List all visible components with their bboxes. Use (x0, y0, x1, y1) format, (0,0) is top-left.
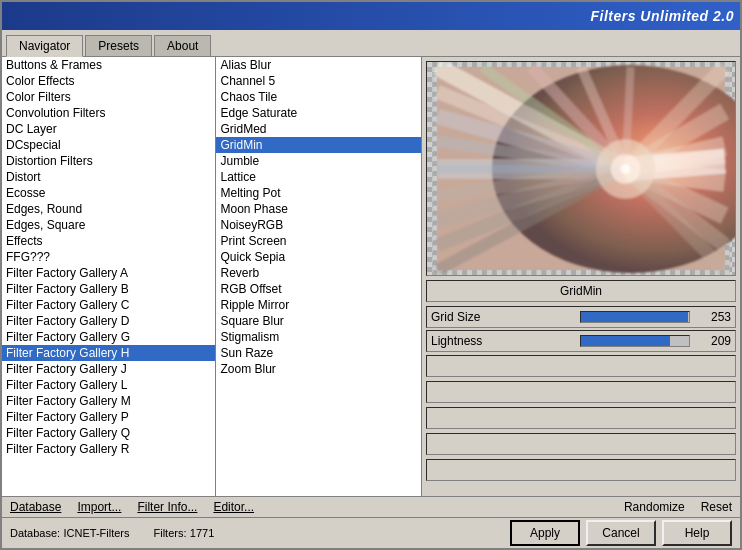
category-item[interactable]: Filter Factory Gallery J (2, 361, 215, 377)
params-area: Grid Size 253 Lightness 209 (426, 306, 736, 492)
category-item[interactable]: Filter Factory Gallery H (2, 345, 215, 361)
filter-list[interactable]: Alias BlurChannel 5Chaos TileEdge Satura… (216, 57, 421, 496)
param-row-empty-4 (426, 433, 736, 455)
category-list[interactable]: Buttons & FramesColor EffectsColor Filte… (2, 57, 216, 496)
filter-item[interactable]: Moon Phase (216, 201, 421, 217)
filter-item[interactable]: Lattice (216, 169, 421, 185)
filter-item[interactable]: Chaos Tile (216, 89, 421, 105)
filter-item[interactable]: Channel 5 (216, 73, 421, 89)
category-item[interactable]: DCspecial (2, 137, 215, 153)
tab-bar: Navigator Presets About (2, 30, 740, 56)
category-item[interactable]: Filter Factory Gallery R (2, 441, 215, 457)
category-item[interactable]: Convolution Filters (2, 105, 215, 121)
filter-item[interactable]: NoiseyRGB (216, 217, 421, 233)
filter-item[interactable]: Stigmalism (216, 329, 421, 345)
filters-label: Filters: (154, 527, 187, 539)
filter-info-button[interactable]: Filter Info... (137, 500, 197, 514)
tab-navigator[interactable]: Navigator (6, 35, 83, 57)
help-button[interactable]: Help (662, 520, 732, 546)
param-row-0: Grid Size 253 (426, 306, 736, 328)
action-buttons: Apply Cancel Help (510, 520, 732, 546)
preview-image (427, 62, 735, 275)
category-item[interactable]: Edges, Square (2, 217, 215, 233)
filter-item[interactable]: Ripple Mirror (216, 297, 421, 313)
right-panel: GridMin Grid Size 253 Lightness 209 (422, 57, 740, 496)
category-item[interactable]: Filter Factory Gallery M (2, 393, 215, 409)
category-item[interactable]: Filter Factory Gallery B (2, 281, 215, 297)
svg-point-31 (621, 164, 631, 174)
database-status: Database: ICNET-Filters (10, 526, 130, 540)
filter-item[interactable]: Alias Blur (216, 57, 421, 73)
param-slider-0[interactable] (580, 311, 690, 323)
reset-button[interactable]: Reset (701, 500, 732, 514)
import-button[interactable]: Import... (77, 500, 121, 514)
filter-item[interactable]: Melting Pot (216, 185, 421, 201)
category-item[interactable]: Filter Factory Gallery Q (2, 425, 215, 441)
category-item[interactable]: FFG??? (2, 249, 215, 265)
category-item[interactable]: Distort (2, 169, 215, 185)
filters-status: Filters: 1771 (154, 526, 215, 540)
filter-item[interactable]: Square Blur (216, 313, 421, 329)
category-item[interactable]: Color Filters (2, 89, 215, 105)
filter-name-display: GridMin (426, 280, 736, 302)
filter-item[interactable]: Jumble (216, 153, 421, 169)
editor-button[interactable]: Editor... (213, 500, 254, 514)
database-label: Database: (10, 527, 60, 539)
filter-item[interactable]: Print Screen (216, 233, 421, 249)
param-label-0: Grid Size (431, 310, 574, 324)
tab-about[interactable]: About (154, 35, 211, 57)
tab-presets[interactable]: Presets (85, 35, 152, 57)
param-row-1: Lightness 209 (426, 330, 736, 352)
filter-item[interactable]: Edge Saturate (216, 105, 421, 121)
category-item[interactable]: Filter Factory Gallery P (2, 409, 215, 425)
filter-item[interactable]: Quick Sepia (216, 249, 421, 265)
param-value-1: 209 (696, 334, 731, 348)
param-row-empty-3 (426, 407, 736, 429)
filter-item[interactable]: Sun Raze (216, 345, 421, 361)
content-area: Buttons & FramesColor EffectsColor Filte… (2, 56, 740, 496)
param-row-empty-2 (426, 381, 736, 403)
param-label-1: Lightness (431, 334, 574, 348)
title-bar: Filters Unlimited 2.0 (2, 2, 740, 30)
cancel-button[interactable]: Cancel (586, 520, 656, 546)
database-value: ICNET-Filters (64, 527, 130, 539)
filter-item[interactable]: RGB Offset (216, 281, 421, 297)
randomize-button[interactable]: Randomize (624, 500, 685, 514)
category-item[interactable]: Filter Factory Gallery D (2, 313, 215, 329)
app-title: Filters Unlimited 2.0 (590, 8, 734, 24)
apply-button[interactable]: Apply (510, 520, 580, 546)
category-item[interactable]: Filter Factory Gallery L (2, 377, 215, 393)
filter-item[interactable]: GridMin (216, 137, 421, 153)
category-item[interactable]: Filter Factory Gallery G (2, 329, 215, 345)
filter-item[interactable]: GridMed (216, 121, 421, 137)
category-item[interactable]: Filter Factory Gallery A (2, 265, 215, 281)
category-item[interactable]: DC Layer (2, 121, 215, 137)
filter-item[interactable]: Zoom Blur (216, 361, 421, 377)
param-value-0: 253 (696, 310, 731, 324)
main-window: Filters Unlimited 2.0 Navigator Presets … (0, 0, 742, 550)
filter-item[interactable]: Reverb (216, 265, 421, 281)
category-item[interactable]: Filter Factory Gallery C (2, 297, 215, 313)
param-row-empty-5 (426, 459, 736, 481)
category-item[interactable]: Distortion Filters (2, 153, 215, 169)
category-item[interactable]: Ecosse (2, 185, 215, 201)
category-item[interactable]: Effects (2, 233, 215, 249)
category-item[interactable]: Edges, Round (2, 201, 215, 217)
category-item[interactable]: Color Effects (2, 73, 215, 89)
status-bar: Database: ICNET-Filters Filters: 1771 Ap… (2, 517, 740, 548)
param-row-empty-1 (426, 355, 736, 377)
database-button[interactable]: Database (10, 500, 61, 514)
filters-value: 1771 (190, 527, 214, 539)
preview-area (426, 61, 736, 276)
param-slider-1[interactable] (580, 335, 690, 347)
preview-canvas (427, 62, 735, 275)
category-item[interactable]: Buttons & Frames (2, 57, 215, 73)
bottom-toolbar: Database Import... Filter Info... Editor… (2, 496, 740, 517)
left-panel: Buttons & FramesColor EffectsColor Filte… (2, 57, 422, 496)
